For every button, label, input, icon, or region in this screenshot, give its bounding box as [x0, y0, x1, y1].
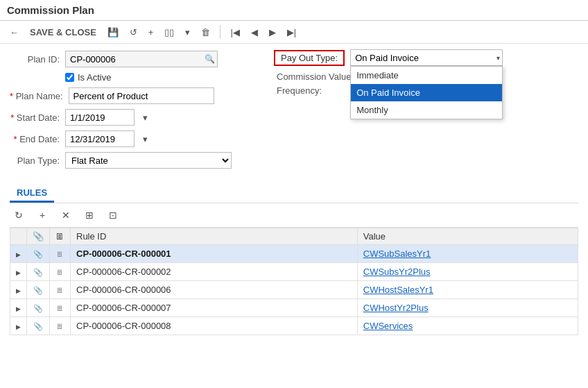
plan-id-input[interactable] [65, 51, 218, 67]
col-header-value: Value [357, 228, 578, 245]
col-header-attach: 📎 [27, 228, 50, 245]
first-icon: |◀ [230, 27, 239, 37]
payout-dropdown-container: ▾ Immediate On Paid Invoice Monthly [350, 49, 503, 66]
table-row[interactable]: ▶ 📎 🗏 CP-000006-CR-000001 CWSubSalesYr1 [10, 245, 578, 263]
filter-icon: ⊡ [109, 210, 117, 221]
copy-dropdown-button[interactable]: ▾ [182, 26, 193, 39]
rules-tab[interactable]: RULES [10, 185, 54, 203]
col-header-expander [10, 228, 27, 245]
start-date-label: Start Date: [10, 112, 60, 123]
last-button[interactable]: ▶| [284, 26, 299, 39]
back-button[interactable]: ← [7, 26, 21, 39]
is-active-checkbox[interactable] [65, 73, 74, 82]
start-date-row: Start Date: ▾ [10, 109, 273, 126]
plan-name-label: Plan Name: [10, 91, 63, 101]
row-attach-icon: 📎 [27, 281, 50, 299]
delete-button[interactable]: 🗑 [198, 26, 213, 39]
row-value[interactable]: CWSubsYr2Plus [357, 263, 578, 281]
row-attach-icon: 📎 [27, 317, 50, 335]
is-active-label: Is Active [78, 72, 111, 83]
rules-table-header: 📎 🗏 Rule ID Value [10, 228, 578, 245]
next-button[interactable]: ▶ [266, 26, 279, 39]
row-doc-icon: 🗏 [50, 281, 71, 299]
payout-dropdown-popup: Immediate On Paid Invoice Monthly [350, 66, 503, 119]
plan-id-label: Plan ID: [10, 54, 60, 65]
first-button[interactable]: |◀ [227, 26, 242, 39]
toolbar-separator [220, 25, 220, 39]
row-attach-icon: 📎 [27, 263, 50, 281]
row-rule-id: CP-000006-CR-000002 [71, 263, 358, 281]
start-date-picker-button[interactable]: ▾ [140, 111, 150, 124]
back-icon: ← [10, 27, 19, 37]
table-row[interactable]: ▶ 📎 🗏 CP-000006-CR-000006 CWHostSalesYr1 [10, 281, 578, 299]
rules-refresh-button[interactable]: ↻ [10, 207, 28, 223]
start-date-input[interactable] [65, 109, 135, 126]
delete-icon: 🗑 [201, 27, 210, 37]
add-button[interactable]: + [146, 26, 157, 39]
row-doc-icon: 🗏 [50, 317, 71, 335]
row-expander[interactable]: ▶ [10, 317, 27, 335]
rules-table: 📎 🗏 Rule ID Value ▶ 📎 🗏 CP-000006-CR-000… [10, 228, 578, 335]
table-row[interactable]: ▶ 📎 🗏 CP-000006-CR-000002 CWSubsYr2Plus [10, 263, 578, 281]
rules-columns-button[interactable]: ⊞ [80, 207, 98, 223]
dropdown-option-on-paid-invoice[interactable]: On Paid Invoice [351, 84, 502, 101]
row-expander[interactable]: ▶ [10, 263, 27, 281]
row-value[interactable]: CWSubSalesYr1 [357, 245, 578, 263]
rules-filter-button[interactable]: ⊡ [104, 207, 122, 223]
table-row[interactable]: ▶ 📎 🗏 CP-000006-CR-000007 CWHostYr2Plus [10, 299, 578, 317]
plan-type-row: Plan Type: Flat Rate Tiered Custom [10, 152, 273, 169]
row-rule-id: CP-000006-CR-000008 [71, 317, 358, 335]
rules-add-button[interactable]: + [33, 207, 51, 223]
plan-id-row: Plan ID: 🔍 [10, 51, 273, 67]
right-panel: Pay Out Type: ▾ Immediate On Paid Invoic… [274, 49, 572, 99]
table-row[interactable]: ▶ 📎 🗏 CP-000006-CR-000008 CWServices [10, 317, 578, 335]
payout-type-input[interactable] [350, 49, 503, 66]
row-value[interactable]: CWHostYr2Plus [357, 299, 578, 317]
save-icon: 💾 [107, 27, 119, 37]
end-date-picker-button[interactable]: ▾ [140, 133, 150, 146]
end-date-row: End Date: ▾ [10, 130, 273, 147]
row-value[interactable]: CWHostSalesYr1 [357, 281, 578, 299]
row-expander[interactable]: ▶ [10, 245, 27, 263]
row-rule-id: CP-000006-CR-000007 [71, 299, 358, 317]
rules-delete-button[interactable]: ✕ [57, 207, 75, 223]
row-expander[interactable]: ▶ [10, 281, 27, 299]
dropdown-option-immediate[interactable]: Immediate [351, 67, 502, 84]
plan-type-select[interactable]: Flat Rate Tiered Custom [65, 152, 232, 169]
copy-icon: ▯▯ [164, 27, 174, 37]
row-doc-icon: 🗏 [50, 263, 71, 281]
col-header-rule-id: Rule ID [71, 228, 358, 245]
calendar-icon-2: ▾ [143, 134, 148, 144]
row-rule-id: CP-000006-CR-000006 [71, 281, 358, 299]
form-area: Plan ID: 🔍 Is Active Plan Name: Start Da… [0, 44, 588, 180]
plan-name-input[interactable] [69, 87, 214, 104]
dropdown-option-monthly[interactable]: Monthly [351, 101, 502, 119]
rules-delete-icon: ✕ [62, 210, 70, 221]
prev-button[interactable]: ◀ [248, 26, 261, 39]
undo-icon: ↺ [130, 27, 137, 37]
refresh-icon: ↻ [15, 210, 23, 221]
columns-icon: ⊞ [85, 210, 94, 221]
plan-id-input-wrapper: 🔍 [65, 51, 218, 67]
col-header-doc: 🗏 [50, 228, 71, 245]
payout-type-label: Pay Out Type: [274, 50, 345, 66]
calendar-icon: ▾ [143, 112, 148, 123]
prev-icon: ◀ [251, 27, 258, 37]
page-title: Commission Plan [7, 4, 94, 16]
undo-button[interactable]: ↺ [127, 26, 140, 39]
frequency-label: Frequency: [277, 85, 322, 96]
plan-type-label: Plan Type: [10, 155, 60, 166]
row-expander[interactable]: ▶ [10, 299, 27, 317]
save-icon-button[interactable]: 💾 [105, 26, 121, 39]
row-doc-icon: 🗏 [50, 245, 71, 263]
toolbar: ← SAVE & CLOSE 💾 ↺ + ▯▯ ▾ 🗑 |◀ ◀ ▶ ▶| [0, 21, 588, 44]
title-bar: Commission Plan [0, 0, 588, 21]
copy-button[interactable]: ▯▯ [162, 26, 177, 39]
row-value[interactable]: CWServices [357, 317, 578, 335]
save-close-button[interactable]: SAVE & CLOSE [27, 26, 99, 39]
row-rule-id: CP-000006-CR-000001 [71, 245, 358, 263]
end-date-input[interactable] [65, 130, 135, 147]
rules-toolbar: ↻ + ✕ ⊞ ⊡ [10, 203, 578, 228]
is-active-row: Is Active [65, 72, 273, 83]
row-doc-icon: 🗏 [50, 299, 71, 317]
